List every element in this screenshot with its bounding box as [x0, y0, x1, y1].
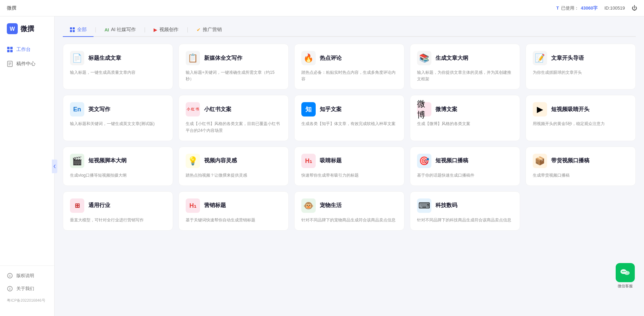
sidebar-item-copyright-label: 版权说明: [16, 273, 34, 279]
tool-card-header: 📦 带货视频口播稿: [533, 154, 629, 168]
sidebar-item-about-label: 关于我们: [16, 286, 34, 292]
sidebar-item-drafts[interactable]: 稿件中心: [0, 57, 54, 71]
tab-all[interactable]: 全部: [63, 23, 94, 37]
tab-all-icon: [70, 27, 75, 32]
tool-card-header: 🎯 短视频口播稿: [417, 154, 513, 168]
wechat-service-widget[interactable]: 微信客服: [613, 263, 637, 289]
tool-icon-goods-video-oral: 📦: [533, 154, 547, 168]
tool-card-goods-video-oral[interactable]: 📦 带货视频口播稿 生成带货视频口播稿: [526, 147, 636, 186]
tool-desc-goods-video-oral: 生成带货视频口播稿: [533, 172, 629, 179]
tool-title-hot-comment: 热点评论: [320, 55, 342, 62]
tool-card-english-writing[interactable]: En 英文写作 输入标题和关键词，一键生成英文文章(测试版): [63, 95, 173, 141]
tool-card-title-to-article[interactable]: 📄 标题生成文章 输入标题，一键生成高质量文章内容: [63, 44, 173, 90]
tool-icon-video-inspiration: 💡: [186, 154, 200, 168]
tool-card-header: 知 知乎文案: [301, 102, 397, 116]
tool-card-tech-digital[interactable]: ⌨ 科技数码 针对不同品牌下的科技商品生成符合该商品卖点信息: [410, 191, 520, 231]
usage-value: 43060字: [581, 5, 598, 11]
topbar-right: T 已使用： 43060字 ID:100519 ⏻: [556, 5, 637, 11]
tool-icon-attract-title: H₁: [301, 154, 316, 168]
sidebar: W 微撰 工作台 稿件中心 ©: [0, 16, 55, 316]
tool-card-short-video-script[interactable]: 🎬 短视频脚本大纲 生成vlog口播等短视频拍摄大纲: [63, 147, 173, 186]
tool-title-marketing-title: 营销标题: [204, 202, 226, 209]
tool-title-short-video-oral: 短视频口播稿: [435, 157, 468, 164]
tool-desc-short-video-script: 生成vlog口播等短视频拍摄大纲: [70, 172, 166, 179]
tool-desc-pet-life: 针对不同品牌下的宠物商品生成符合该商品卖点信息: [301, 217, 397, 223]
logo-text: 微撰: [20, 24, 34, 33]
tool-card-header: 📚 生成文章大纲: [417, 51, 513, 65]
svg-rect-15: [70, 27, 72, 29]
tool-card-xiaohongshu[interactable]: 小 红 书 小红书文案 生成【小红书】风格的各类文案，目前已覆盖小红书平台的24…: [178, 95, 289, 141]
sidebar-item-workbench[interactable]: 工作台: [0, 42, 54, 57]
tool-card-short-video-oral[interactable]: 🎯 短视频口播稿 基于你的话题快速生成口播稿件: [410, 147, 520, 186]
tool-title-english-writing: 英文写作: [88, 106, 110, 113]
tool-card-attract-title[interactable]: H₁ 吸睛标题 快速帮你生成带有吸引力的标题: [294, 147, 404, 186]
tool-title-newmedia-writing: 新媒体全文写作: [204, 55, 242, 62]
tool-icon-hot-comment: 🔥: [301, 51, 316, 65]
tool-grid: 📄 标题生成文章 输入标题，一键生成高质量文章内容 📋 新媒体全文写作 输入标题…: [63, 44, 636, 231]
tool-card-header: ▶ 短视频吸睛开头: [533, 102, 629, 116]
tool-desc-short-video-hook: 用视频开头的黄金5秒，稳定观众注意力: [533, 121, 629, 127]
tool-card-pet-life[interactable]: 🐵 宠物生活 针对不同品牌下的宠物商品生成符合该商品卖点信息: [294, 191, 404, 231]
tool-card-short-video-hook[interactable]: ▶ 短视频吸睛开头 用视频开头的黄金5秒，稳定观众注意力: [526, 95, 636, 141]
sidebar-bottom: © 版权说明 关于我们 粤ICP备2022016846号: [0, 265, 54, 309]
tool-card-article-intro[interactable]: 📝 文章开头导语 为你生成抓眼球的文章开头: [526, 44, 636, 90]
sidebar-item-workbench-label: 工作台: [16, 46, 31, 53]
tab-divider-1: |: [94, 27, 98, 33]
logout-button[interactable]: ⏻: [632, 5, 637, 11]
tab-divider-2: |: [143, 27, 147, 33]
tool-card-header: 小 红 书 小红书文案: [186, 102, 282, 116]
tab-marketing-icon: ✔: [197, 27, 201, 32]
sidebar-item-copyright[interactable]: © 版权说明: [0, 269, 54, 282]
tool-icon-short-video-script: 🎬: [70, 154, 84, 168]
tool-card-header: 微博 微博文案: [417, 102, 513, 116]
svg-rect-4: [7, 50, 10, 52]
tool-card-article-outline[interactable]: 📚 生成文章大纲 输入标题，为你提供文章主体的灵感，并为其创建推文框架: [410, 44, 520, 90]
tab-social-label: AI 社媒写作: [111, 27, 136, 33]
tool-icon-weibo: 微博: [417, 102, 431, 116]
tool-card-header: 📋 新媒体全文写作: [186, 51, 282, 65]
tab-video-label: 视频创作: [159, 27, 178, 33]
tool-card-header: H₁ 吸睛标题: [301, 154, 397, 168]
wechat-service-icon: [616, 263, 635, 282]
tool-card-marketing-title[interactable]: H₁ 营销标题 基于关键词快速帮你自动生成营销标题: [178, 191, 289, 231]
about-icon: [7, 286, 13, 292]
sidebar-collapse-button[interactable]: [52, 160, 57, 173]
tool-desc-english-writing: 输入标题和关键词，一键生成英文文章(测试版): [70, 121, 166, 127]
sidebar-item-about[interactable]: 关于我们: [0, 282, 54, 295]
tool-card-header: H₁ 营销标题: [186, 198, 282, 213]
tool-title-title-to-article: 标题生成文章: [88, 55, 121, 62]
tool-icon-marketing-title: H₁: [186, 198, 200, 213]
tool-icon-xiaohongshu: 小 红 书: [186, 102, 200, 116]
tab-video[interactable]: ▶ 视频创作: [147, 23, 185, 37]
svg-point-22: [624, 271, 625, 272]
tool-card-header: 🔥 热点评论: [301, 51, 397, 65]
topbar: 微撰 T 已使用： 43060字 ID:100519 ⏻: [0, 0, 644, 16]
wechat-service-label: 微信客服: [618, 284, 633, 289]
svg-point-21: [622, 271, 623, 272]
tab-marketing-label: 推广营销: [203, 27, 222, 33]
tool-desc-video-inspiration: 踏热点拍视频？让微撰来提供灵感: [186, 172, 282, 179]
tool-icon-short-video-hook: ▶: [533, 102, 547, 116]
wechat-logo: [619, 267, 631, 278]
tool-desc-general-industry: 垂直大模型，可针对全行业进行营销写作: [70, 217, 166, 223]
tool-card-video-inspiration[interactable]: 💡 视频内容灵感 踏热点拍视频？让微撰来提供灵感: [178, 147, 289, 186]
tool-card-general-industry[interactable]: ⊞ 通用行业 垂直大模型，可针对全行业进行营销写作: [63, 191, 173, 231]
tab-marketing[interactable]: ✔ 推广营销: [190, 23, 229, 37]
tool-title-tech-digital: 科技数码: [435, 202, 457, 209]
tool-card-zhihu[interactable]: 知 知乎文案 生成各类【知乎】体文章，有效完成软植入种草文案: [294, 95, 404, 141]
tool-title-attract-title: 吸睛标题: [320, 157, 342, 164]
tool-title-video-inspiration: 视频内容灵感: [204, 157, 237, 164]
svg-rect-17: [70, 30, 72, 32]
icp-text: 粤ICP备2022016846号: [0, 295, 54, 306]
tool-desc-article-outline: 输入标题，为你提供文章主体的灵感，并为其创建推文框架: [417, 69, 513, 82]
tool-title-general-industry: 通用行业: [88, 202, 110, 209]
tool-icon-general-industry: ⊞: [70, 198, 84, 213]
tab-social[interactable]: AI AI 社媒写作: [98, 23, 143, 37]
tool-card-newmedia-writing[interactable]: 📋 新媒体全文写作 输入标题+关键词，一键准确生成所需文章（约15秒）: [178, 44, 289, 90]
tool-card-weibo[interactable]: 微博 微博文案 生成【微博】风格的各类文案: [410, 95, 520, 141]
sidebar-nav: 工作台 稿件中心: [0, 42, 54, 265]
topbar-id: ID:100519: [604, 5, 625, 11]
svg-text:W: W: [10, 26, 15, 32]
tool-card-hot-comment[interactable]: 🔥 热点评论 踏热点必备：粘贴实时热点内容，生成多角度评论内容: [294, 44, 404, 90]
tool-desc-xiaohongshu: 生成【小红书】风格的各类文案，目前已覆盖小红书平台的24个内容场景: [186, 121, 282, 134]
